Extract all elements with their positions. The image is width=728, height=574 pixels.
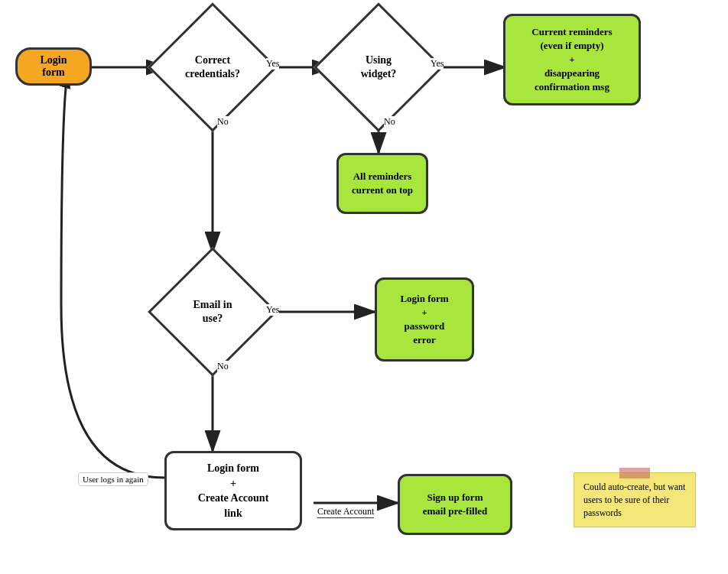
correct-credentials-diamond: Correctcredentials? — [167, 21, 258, 113]
no-label-widget: No — [384, 116, 395, 128]
email-in-use-label: Email inuse? — [193, 298, 232, 326]
current-reminders-node: Current reminders(even if empty)+disappe… — [503, 14, 641, 105]
user-logs-in-label: User logs in again — [78, 472, 148, 486]
login-password-error-node: Login form+passworderror — [375, 277, 474, 362]
yes-label-cred: Yes — [266, 58, 279, 70]
correct-credentials-label: Correctcredentials? — [185, 54, 240, 81]
login-create-link-node: Login form+Create Accountlink — [164, 451, 302, 530]
using-widget-label: Usingwidget? — [361, 54, 397, 81]
no-label-cred: No — [217, 116, 229, 128]
sticky-tape — [619, 468, 650, 478]
using-widget-diamond: Usingwidget? — [333, 21, 424, 113]
all-reminders-node: All reminderscurrent on top — [336, 153, 428, 214]
login-create-link-label: Login form+Create Accountlink — [198, 461, 269, 520]
login-password-error-label: Login form+passworderror — [400, 292, 448, 348]
yes-label-email: Yes — [266, 304, 279, 316]
sticky-note: Could auto-create, but want users to be … — [574, 472, 696, 527]
yes-label-widget: Yes — [431, 58, 444, 70]
login-form-label: Login form — [28, 54, 79, 79]
signup-prefilled-node: Sign up formemail pre-filled — [398, 474, 512, 535]
all-reminders-label: All reminderscurrent on top — [352, 170, 413, 197]
signup-prefilled-label: Sign up formemail pre-filled — [423, 491, 488, 518]
sticky-note-text: Could auto-create, but want users to be … — [583, 482, 685, 518]
login-form-node: Login form — [15, 47, 92, 86]
email-in-use-diamond: Email inuse? — [167, 266, 258, 358]
no-label-email: No — [217, 361, 229, 372]
create-account-arrow-label: Create Account — [317, 506, 374, 518]
current-reminders-label: Current reminders(even if empty)+disappe… — [531, 25, 612, 95]
